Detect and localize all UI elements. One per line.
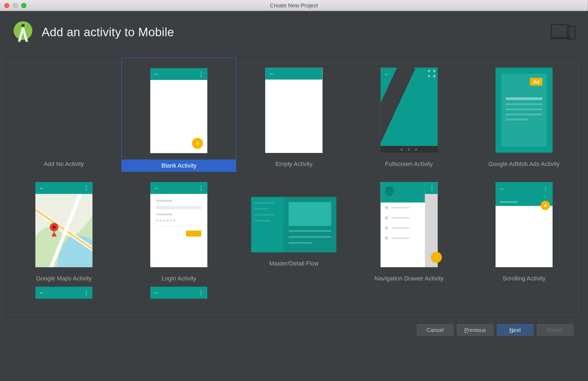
tile-label: Google Maps Activity: [6, 272, 121, 284]
tile-label: Navigation Drawer Activity: [352, 272, 467, 284]
overflow-icon: ⋮: [198, 71, 204, 77]
tile-fullscreen-activity[interactable]: ← Fullscreen Activity: [352, 58, 467, 172]
fab-icon: [431, 252, 442, 263]
ad-chip: Ad: [530, 78, 542, 86]
tile-label: Fullscreen Activity: [352, 158, 467, 170]
preview-maps: ← ⋮: [35, 182, 92, 267]
finish-button: Finish: [537, 324, 573, 335]
tile-empty-activity[interactable]: ← Empty Activity: [236, 58, 352, 172]
preview-appbar: ← ⋮: [150, 182, 207, 194]
preview-partial: ← ⋮: [150, 287, 207, 299]
svg-point-1: [21, 24, 25, 27]
previous-button[interactable]: Previous: [457, 324, 493, 335]
preview-nav-drawer: ⋮: [380, 182, 437, 267]
svg-rect-2: [551, 25, 569, 38]
back-arrow-icon: ←: [39, 185, 45, 191]
preview-appbar: ← ⋮: [150, 287, 207, 299]
preview-body: ← ⋮ ★: [496, 182, 553, 267]
fab-icon: +: [192, 138, 203, 149]
titlebar: Create New Project: [0, 0, 588, 11]
fullscreen-icon: [428, 70, 435, 77]
preview-master-detail: [251, 197, 337, 252]
next-button[interactable]: Next: [497, 324, 533, 335]
tile-admob-activity[interactable]: Ad Google AdMob Ads Activity: [466, 58, 581, 172]
preview-scrolling: ← ⋮ ★: [496, 182, 553, 267]
android-studio-logo-icon: [10, 20, 36, 45]
back-arrow-icon: ←: [39, 289, 45, 296]
cancel-button[interactable]: Cancel: [417, 324, 453, 335]
preview-pager: [380, 146, 437, 153]
overflow-icon: ⋮: [543, 186, 548, 192]
window-title: Create New Project: [0, 2, 588, 8]
preview-appbar: ← ⋮: [35, 287, 92, 299]
tile-label: Master/Detail Flow: [236, 257, 352, 269]
tile-label: Scrolling Activity: [466, 272, 581, 284]
preview-appbar: ← ⋮: [150, 68, 207, 80]
preview-appbar: ← ⋮: [35, 182, 92, 194]
tile-label: Empty Activity: [236, 158, 352, 170]
svg-rect-5: [570, 38, 572, 39]
overflow-icon: ⋮: [429, 185, 435, 191]
preview-blank: ← ⋮ +: [150, 68, 207, 153]
tile-label: Add No Activity: [6, 158, 121, 170]
fab-star-icon: ★: [541, 201, 550, 210]
preview-none: [35, 68, 92, 153]
tile-master-detail-flow[interactable]: Master/Detail Flow: [236, 172, 352, 284]
tile-label: Blank Activity: [122, 159, 236, 171]
back-arrow-icon: ←: [269, 70, 275, 77]
back-arrow-icon: ←: [154, 185, 160, 191]
tile-partial-2[interactable]: ← ⋮: [121, 284, 236, 299]
svg-point-8: [53, 226, 56, 229]
tile-label: Google AdMob Ads Activity: [466, 158, 581, 170]
preview-partial: ← ⋮: [35, 287, 92, 299]
wizard-footer: Cancel Previous Next Finish: [6, 317, 582, 344]
preview-appbar: ←: [265, 68, 322, 80]
overflow-icon: ⋮: [198, 185, 204, 191]
back-arrow-icon: ←: [500, 186, 505, 192]
tile-google-maps-activity[interactable]: ← ⋮: [6, 172, 121, 284]
activity-grid: Add No Activity ← ⋮ + Blank Activity ←: [6, 58, 581, 299]
preview-empty: ←: [265, 68, 322, 153]
back-arrow-icon: ←: [154, 71, 160, 77]
tile-label: Login Activity: [121, 272, 236, 284]
form-factor-icon: [550, 23, 578, 42]
tile-navigation-drawer-activity[interactable]: ⋮ Navigation Drawer Activity: [352, 172, 467, 284]
preview-admob: Ad: [496, 68, 553, 153]
wizard-content: Add No Activity ← ⋮ + Blank Activity ←: [0, 57, 588, 350]
overflow-icon: ⋮: [198, 289, 204, 296]
preview-body: [150, 194, 207, 267]
overflow-icon: ⋮: [83, 289, 89, 296]
tile-login-activity[interactable]: ← ⋮: [121, 172, 236, 284]
wizard-header: Add an activity to Mobile: [0, 11, 588, 57]
tile-blank-activity[interactable]: ← ⋮ + Blank Activity: [121, 58, 236, 172]
tile-partial-1[interactable]: ← ⋮: [6, 284, 121, 299]
overflow-icon: ⋮: [83, 185, 89, 191]
preview-body: ←: [380, 68, 437, 146]
preview-body: Ad: [496, 68, 553, 153]
preview-fullscreen: ←: [380, 68, 437, 153]
activity-grid-panel: Add No Activity ← ⋮ + Blank Activity ←: [6, 57, 582, 317]
tile-scrolling-activity[interactable]: ← ⋮ ★ Scrolling Activity: [466, 172, 581, 284]
preview-body: [251, 197, 337, 252]
tile-add-no-activity[interactable]: Add No Activity: [6, 58, 121, 172]
preview-map-body: [35, 194, 92, 267]
preview-login: ← ⋮: [150, 182, 207, 267]
preview-body: ⋮: [380, 182, 437, 267]
back-arrow-icon: ←: [384, 71, 389, 77]
back-arrow-icon: ←: [154, 289, 160, 296]
page-title: Add an activity to Mobile: [42, 26, 174, 39]
